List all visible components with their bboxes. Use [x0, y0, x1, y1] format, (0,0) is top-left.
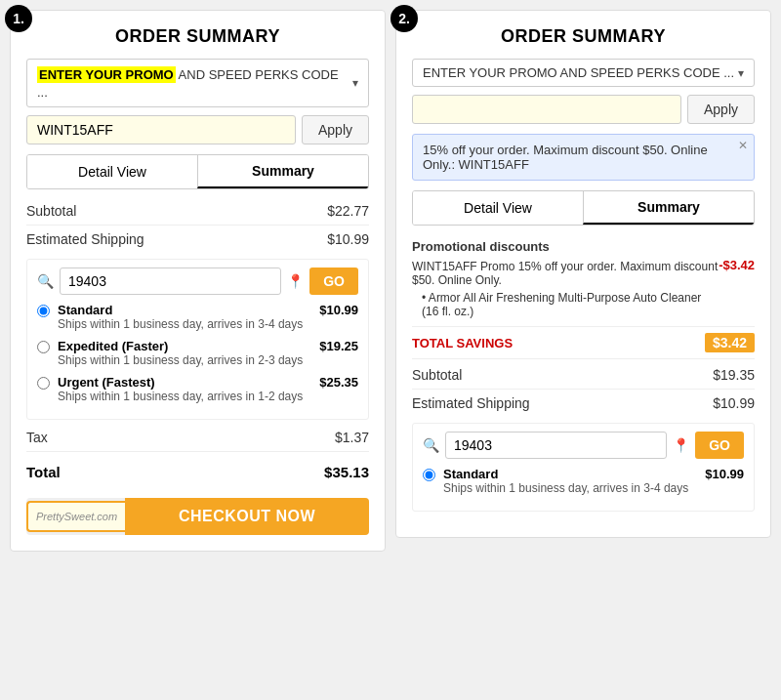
expedited-name-1: Expedited (Faster)	[58, 339, 168, 353]
subtotal-value-2: $19.35	[713, 367, 755, 383]
total-savings-value: $3.42	[705, 333, 755, 352]
subtotal-value-1: $22.77	[327, 203, 369, 219]
tabs-2: Detail View Summary	[412, 190, 755, 226]
apply-button-1[interactable]: Apply	[302, 115, 369, 144]
total-savings-row: TOTAL SAVINGS $3.42	[412, 326, 755, 359]
standard-sub-2: Ships within 1 business day, arrives in …	[443, 481, 697, 495]
promo-dropdown-2[interactable]: ENTER YOUR PROMO AND SPEED PERKS CODE ..…	[412, 59, 755, 87]
tab-summary-2[interactable]: Summary	[583, 191, 754, 225]
tab-detail-view-2[interactable]: Detail View	[413, 191, 583, 225]
zip-section-2: 🔍 📍 GO Standard Ships within 1 business …	[412, 423, 755, 512]
promo-input-2[interactable]	[412, 95, 681, 124]
standard-name-1: Standard	[58, 303, 112, 317]
promo-highlight-label: ENTER YOUR PROMO	[37, 66, 176, 83]
promo-dropdown-1[interactable]: ENTER YOUR PROMO AND SPEED PERKS CODE ..…	[26, 59, 369, 107]
search-icon-2: 🔍	[423, 437, 439, 453]
shipping-value-2: $10.99	[713, 395, 755, 411]
promo-discount-section: Promotional discounts WINT15AFF Promo 15…	[412, 239, 755, 318]
promo-discount-desc: WINT15AFF Promo 15% off your order. Maxi…	[412, 260, 719, 287]
radio-standard-1[interactable]	[37, 305, 50, 317]
checkout-brand-1: PrettySweet.com	[26, 501, 125, 532]
urgent-name-1: Urgent (Fastest)	[58, 375, 155, 390]
shipping-label-1: Estimated Shipping	[26, 231, 144, 247]
urgent-price-1: $25.35	[319, 375, 358, 390]
panel-2: 2. ORDER SUMMARY ENTER YOUR PROMO AND SP…	[395, 10, 771, 538]
apply-button-2[interactable]: Apply	[687, 95, 755, 124]
zip-row-1: 🔍 📍 GO	[37, 268, 358, 295]
zip-input-2[interactable]	[445, 432, 667, 459]
total-row-1: Total $35.13	[26, 458, 369, 486]
promo-input-1[interactable]	[26, 115, 296, 144]
info-box-close[interactable]: ✕	[738, 139, 748, 152]
total-savings-label: TOTAL SAVINGS	[412, 336, 513, 350]
tax-row-1: Tax $1.37	[26, 430, 369, 452]
shipping-option-standard-1: Standard Ships within 1 business day, ar…	[37, 303, 358, 331]
radio-urgent-1[interactable]	[37, 377, 50, 390]
total-label-1: Total	[26, 464, 61, 480]
standard-price-2: $10.99	[705, 467, 744, 481]
expedited-price-1: $19.25	[319, 339, 358, 353]
shipping-row-1: Estimated Shipping $10.99	[26, 231, 369, 253]
subtotal-label-1: Subtotal	[26, 203, 76, 219]
expedited-sub-1: Ships within 1 business day, arrives in …	[58, 353, 311, 367]
total-value-1: $35.13	[324, 464, 369, 480]
panel-1-title: ORDER SUMMARY	[26, 26, 369, 47]
shipping-option-expedited-1: Expedited (Faster) Ships within 1 busine…	[37, 339, 358, 367]
radio-expedited-1[interactable]	[37, 341, 50, 353]
promo-input-row-2: Apply	[412, 95, 755, 124]
panel-1: 1. ORDER SUMMARY ENTER YOUR PROMO AND SP…	[10, 10, 386, 552]
promo-section-title: Promotional discounts	[412, 239, 755, 254]
shipping-row-2: Estimated Shipping $10.99	[412, 395, 755, 417]
promo-product-item: • Armor All Air Freshening Multi-Purpose…	[412, 291, 719, 318]
promo-chevron-icon: ▾	[352, 76, 358, 90]
shipping-label-2: Estimated Shipping	[412, 395, 530, 411]
search-icon-1: 🔍	[37, 273, 54, 289]
zip-input-1[interactable]	[60, 268, 281, 295]
tab-summary-1[interactable]: Summary	[197, 155, 368, 188]
checkout-label-1: CHECKOUT NOW	[125, 498, 369, 535]
radio-standard-2[interactable]	[423, 469, 435, 481]
step-badge-1: 1.	[5, 5, 32, 32]
go-button-1[interactable]: GO	[309, 268, 358, 295]
standard-name-2: Standard	[443, 467, 498, 481]
shipping-option-urgent-1: Urgent (Fastest) Ships within 1 business…	[37, 375, 358, 403]
location-icon-2: 📍	[673, 437, 689, 453]
zip-row-2: 🔍 📍 GO	[423, 432, 744, 459]
subtotal-label-2: Subtotal	[412, 367, 462, 383]
tax-label-1: Tax	[26, 430, 48, 445]
tab-detail-view-1[interactable]: Detail View	[27, 155, 197, 188]
standard-sub-1: Ships within 1 business day, arrives in …	[58, 317, 311, 331]
promo-discount-row: WINT15AFF Promo 15% off your order. Maxi…	[412, 258, 755, 318]
promo-chevron-icon-2: ▾	[738, 66, 744, 80]
promo-label-2: ENTER YOUR PROMO AND SPEED PERKS CODE ..…	[423, 65, 734, 80]
urgent-sub-1: Ships within 1 business day, arrives in …	[58, 390, 311, 403]
promo-info-box: 15% off your order. Maximum discount $50…	[412, 134, 755, 181]
step-badge-2: 2.	[390, 5, 418, 32]
checkout-button-1[interactable]: PrettySweet.com CHECKOUT NOW	[26, 498, 369, 535]
promo-discount-amount: -$3.42	[719, 258, 755, 272]
shipping-value-1: $10.99	[327, 231, 369, 247]
standard-price-1: $10.99	[319, 303, 358, 317]
location-icon-1: 📍	[287, 273, 304, 289]
promo-input-row-1: Apply	[26, 115, 369, 144]
shipping-option-standard-2: Standard Ships within 1 business day, ar…	[423, 467, 744, 495]
subtotal-row-2: Subtotal $19.35	[412, 367, 755, 390]
go-button-2[interactable]: GO	[695, 432, 744, 459]
promo-info-text: 15% off your order. Maximum discount $50…	[423, 143, 708, 172]
zip-section-1: 🔍 📍 GO Standard Ships within 1 business …	[26, 259, 369, 420]
panel-2-title: ORDER SUMMARY	[412, 26, 755, 47]
tax-value-1: $1.37	[335, 430, 369, 445]
tabs-1: Detail View Summary	[26, 154, 369, 189]
subtotal-row-1: Subtotal $22.77	[26, 203, 369, 226]
